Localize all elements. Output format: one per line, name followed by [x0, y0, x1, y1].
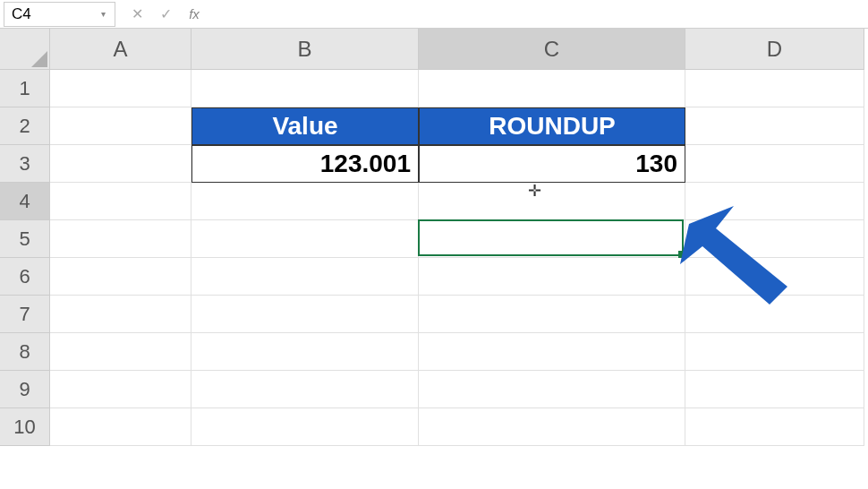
cell-C5[interactable] [419, 220, 685, 258]
row-9: 9 [0, 371, 868, 408]
cell-C8[interactable] [419, 333, 685, 371]
formula-input[interactable] [212, 2, 868, 27]
cell-C1[interactable] [419, 70, 685, 107]
cell-D1[interactable] [685, 70, 864, 107]
cell-C4[interactable] [419, 183, 685, 220]
row-header-9[interactable]: 9 [0, 371, 50, 408]
column-header-A[interactable]: A [50, 29, 191, 70]
row-header-4[interactable]: 4 [0, 183, 50, 220]
row-header-3[interactable]: 3 [0, 145, 50, 183]
grid-area: 1 2 Value ROUNDUP 3 123.001 130 4 5 6 [0, 70, 868, 446]
cell-D7[interactable] [685, 296, 864, 333]
row-header-6[interactable]: 6 [0, 258, 50, 296]
formula-bar: C4 ▾ ✕ ✓ fx [0, 0, 868, 29]
cell-B5[interactable] [191, 220, 419, 258]
select-all-triangle-icon [31, 51, 47, 67]
row-header-1[interactable]: 1 [0, 70, 50, 107]
cell-B9[interactable] [191, 371, 419, 408]
row-3: 3 123.001 130 [0, 145, 868, 183]
cell-D6[interactable] [685, 258, 864, 296]
row-7: 7 [0, 296, 868, 333]
cell-C9[interactable] [419, 371, 685, 408]
cell-B8[interactable] [191, 333, 419, 371]
cell-A2[interactable] [50, 107, 191, 145]
cell-A10[interactable] [50, 408, 191, 446]
name-box-dropdown-icon[interactable]: ▾ [98, 9, 107, 19]
row-header-2[interactable]: 2 [0, 107, 50, 145]
cell-A8[interactable] [50, 333, 191, 371]
column-header-B[interactable]: B [191, 29, 419, 70]
cell-B3[interactable]: 123.001 [191, 145, 419, 183]
cell-D9[interactable] [685, 371, 864, 408]
cell-C6[interactable] [419, 258, 685, 296]
cell-D2[interactable] [685, 107, 864, 145]
cell-C10[interactable] [419, 408, 685, 446]
cell-D4[interactable] [685, 183, 864, 220]
cell-A6[interactable] [50, 258, 191, 296]
cell-B6[interactable] [191, 258, 419, 296]
cell-D3[interactable] [685, 145, 864, 183]
row-header-7[interactable]: 7 [0, 296, 50, 333]
cell-A7[interactable] [50, 296, 191, 333]
cell-C3[interactable]: 130 [419, 145, 685, 183]
cell-B7[interactable] [191, 296, 419, 333]
cell-D10[interactable] [685, 408, 864, 446]
select-all-corner[interactable] [0, 29, 50, 70]
cell-B10[interactable] [191, 408, 419, 446]
column-headers: A B C D [0, 29, 868, 70]
cell-A9[interactable] [50, 371, 191, 408]
column-header-C[interactable]: C [419, 29, 685, 70]
cell-D8[interactable] [685, 333, 864, 371]
cell-A5[interactable] [50, 220, 191, 258]
formula-bar-controls: ✕ ✓ fx [119, 5, 212, 23]
row-5: 5 [0, 220, 868, 258]
row-2: 2 Value ROUNDUP [0, 107, 868, 145]
cell-D5[interactable] [685, 220, 864, 258]
cell-C7[interactable] [419, 296, 685, 333]
row-1: 1 [0, 70, 868, 107]
row-6: 6 [0, 258, 868, 296]
cell-A1[interactable] [50, 70, 191, 107]
row-10: 10 [0, 408, 868, 446]
cell-A3[interactable] [50, 145, 191, 183]
name-box[interactable]: C4 ▾ [4, 2, 115, 27]
fx-icon[interactable]: fx [185, 5, 203, 23]
name-box-value: C4 [12, 5, 31, 23]
cell-C2[interactable]: ROUNDUP [419, 107, 685, 145]
row-header-8[interactable]: 8 [0, 333, 50, 371]
column-header-D[interactable]: D [685, 29, 864, 70]
cell-B2[interactable]: Value [191, 107, 419, 145]
cell-A4[interactable] [50, 183, 191, 220]
row-8: 8 [0, 333, 868, 371]
cancel-formula-icon[interactable]: ✕ [128, 5, 146, 23]
confirm-formula-icon[interactable]: ✓ [157, 5, 174, 23]
row-header-10[interactable]: 10 [0, 408, 50, 446]
cell-B1[interactable] [191, 70, 419, 107]
cell-B4[interactable] [191, 183, 419, 220]
row-4: 4 [0, 183, 868, 220]
row-header-5[interactable]: 5 [0, 220, 50, 258]
